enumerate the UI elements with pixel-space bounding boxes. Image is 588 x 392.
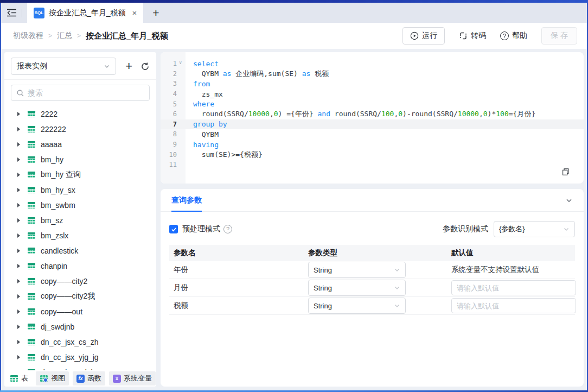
tree-item-label: copy——city2 (41, 277, 87, 286)
code-line[interactable]: 5where (161, 99, 584, 109)
caret-right-icon[interactable] (17, 325, 20, 329)
table-icon (27, 170, 36, 179)
tree-item[interactable]: bm_hy (4, 152, 156, 167)
code-line[interactable]: 7group by (161, 119, 584, 130)
caret-right-icon[interactable] (17, 157, 20, 162)
line-number: 10 (161, 151, 177, 159)
tree-item[interactable]: dn_cc_jsx_cs_zh (4, 334, 156, 350)
add-icon[interactable]: + (125, 60, 132, 72)
tree-item[interactable]: 222222 (4, 122, 156, 137)
line-number: 8 (161, 130, 177, 138)
code-line[interactable]: 3from (161, 79, 584, 89)
chevron-down-icon (104, 63, 110, 69)
tree-item-label: bm_sz (41, 216, 63, 225)
caret-right-icon[interactable] (17, 173, 20, 177)
search-box[interactable] (11, 85, 150, 101)
run-button[interactable]: 运行 (402, 27, 445, 45)
tree-item[interactable]: dn_cc_jsx_zd_jq (4, 365, 156, 370)
tree-item[interactable]: chanpin (4, 258, 156, 274)
tab-system-variables[interactable]: x 系统变量 (109, 371, 156, 385)
fold-chevron-icon[interactable]: ∨ (179, 60, 182, 65)
question-circle-icon[interactable]: ? (223, 225, 232, 233)
line-number: 7 (161, 121, 177, 128)
tree-item[interactable]: bm_hy 查询 (4, 167, 156, 182)
page-title: 按企业汇总_年月_税额 (86, 31, 168, 41)
question-circle-icon: ? (500, 31, 509, 40)
caret-right-icon[interactable] (17, 188, 20, 192)
tree-item[interactable]: aaaaa (4, 137, 156, 152)
tree-item-label: aaaaa (41, 140, 62, 149)
table-icon (27, 140, 36, 149)
param-name: 月份 (169, 283, 304, 293)
chevron-down-icon (563, 226, 570, 232)
tab-functions[interactable]: fx 函数 (73, 371, 105, 385)
tree-item[interactable]: copy——city2我 (4, 289, 156, 304)
line-number: 9 (161, 141, 177, 148)
new-tab-icon[interactable]: + (152, 7, 159, 18)
sql-editor[interactable]: 1∨select2 QYBM as 企业编码,sum(SE) as 税额3fro… (161, 52, 584, 184)
param-type-select[interactable]: String (308, 298, 406, 314)
tree-item[interactable]: dj_swdjnb (4, 319, 156, 334)
code-line[interactable]: 10 sum(SE)>={税额} (161, 149, 584, 160)
code-line[interactable]: 6 round(SSRQ/10000,0) ={年份} and round(SS… (161, 109, 584, 119)
object-type-select[interactable]: 报表实例 (11, 58, 116, 75)
default-value-input[interactable] (451, 280, 576, 295)
table-icon (27, 125, 36, 134)
transcode-icon (459, 31, 468, 40)
tree-item[interactable]: copy——city2 (4, 274, 156, 289)
tree-item-label: copy——out (41, 307, 82, 316)
tab-tables[interactable]: 表 (10, 371, 32, 385)
caret-right-icon[interactable] (17, 340, 20, 344)
caret-right-icon[interactable] (17, 112, 20, 116)
caret-right-icon[interactable] (17, 355, 20, 359)
param-type-select[interactable]: String (308, 262, 406, 278)
code-line[interactable]: 4 zs_mx (161, 89, 584, 99)
caret-right-icon[interactable] (17, 264, 20, 268)
collapse-sidebar-icon[interactable] (7, 9, 17, 17)
table-icon (27, 110, 36, 118)
caret-right-icon[interactable] (17, 203, 20, 207)
code-line[interactable]: 9having (161, 140, 584, 150)
caret-right-icon[interactable] (17, 309, 20, 314)
tree-item[interactable]: bm_sz (4, 213, 156, 228)
caret-right-icon[interactable] (17, 218, 20, 223)
tree-item[interactable]: copy——out (4, 304, 156, 319)
refresh-icon[interactable] (140, 62, 150, 71)
param-type-select[interactable]: String (308, 280, 406, 296)
col-header-name: 参数名 (169, 248, 304, 258)
tabbar-divider (22, 9, 22, 17)
close-tab-icon[interactable]: × (132, 9, 137, 17)
tree-item[interactable]: 2222 (4, 106, 156, 122)
tab-query-params[interactable]: 查询参数 (171, 189, 202, 211)
copy-icon[interactable] (561, 168, 570, 176)
breadcrumb-separator: > (48, 32, 52, 40)
collapse-panel-icon[interactable] (565, 197, 573, 204)
caret-right-icon[interactable] (17, 127, 20, 131)
tree-item[interactable]: dn_cc_jsx_yjg_jg (4, 350, 156, 365)
caret-right-icon[interactable] (17, 233, 20, 238)
transcode-button[interactable]: 转码 (459, 31, 486, 41)
code-line[interactable]: 8 QYBM (161, 129, 584, 140)
caret-right-icon[interactable] (17, 294, 20, 299)
tree-item[interactable]: bm_zslx (4, 228, 156, 243)
search-input[interactable] (28, 88, 144, 97)
tree-item[interactable]: bm_swbm (4, 198, 156, 213)
default-value-input[interactable] (451, 298, 576, 313)
tree-item[interactable]: bm_hy_sx (4, 182, 156, 198)
tab-views[interactable]: 视图 (36, 371, 69, 385)
tab-active[interactable]: SQL 按企业汇总_年月_税额 × (27, 3, 143, 23)
code-line[interactable]: 2 QYBM as 企业编码,sum(SE) as 税额 (161, 69, 584, 79)
code-line[interactable]: 11 (161, 160, 584, 170)
breadcrumb-item[interactable]: 初级教程 (13, 31, 43, 41)
recognition-select[interactable]: {参数名} (494, 221, 575, 237)
help-button[interactable]: ? 帮助 (500, 31, 527, 41)
caret-right-icon[interactable] (17, 279, 20, 283)
tree-item[interactable]: candlestick (4, 243, 156, 258)
breadcrumb-item[interactable]: 汇总 (57, 31, 72, 41)
save-button[interactable]: 保存 (541, 27, 577, 45)
code-line[interactable]: 1∨select (161, 59, 584, 69)
preprocess-checkbox[interactable] (169, 225, 178, 233)
caret-right-icon[interactable] (17, 142, 20, 147)
preprocess-label: 预处理模式 (182, 224, 220, 234)
caret-right-icon[interactable] (17, 249, 20, 253)
